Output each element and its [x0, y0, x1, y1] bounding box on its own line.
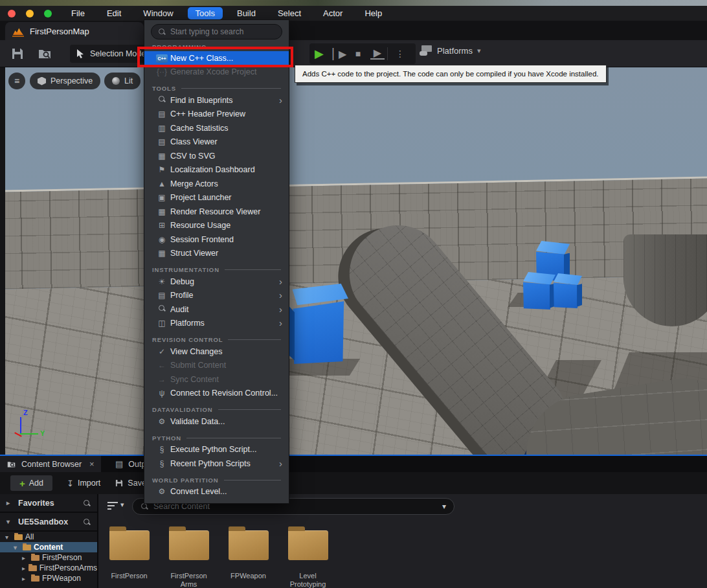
- menu-item-find-in-blueprints[interactable]: Find in Blueprints›: [144, 93, 289, 107]
- stop-button[interactable]: ■: [348, 49, 368, 59]
- menu-item-struct-viewer[interactable]: ▦Struct Viewer: [144, 247, 289, 261]
- menu-item-debug[interactable]: ☀Debug›: [144, 275, 289, 289]
- content-folder-fpweapon[interactable]: FPWeapon: [227, 525, 270, 588]
- menubar-item-help[interactable]: Help: [357, 7, 390, 19]
- folder-icon: [229, 530, 269, 560]
- blue-cube[interactable]: [287, 284, 348, 364]
- content-folder-firstperson-arms[interactable]: FirstPerson Arms: [167, 525, 210, 588]
- arrow-left-icon: ←: [153, 361, 170, 370]
- menu-item-c-header-preview[interactable]: ▤C++ Header Preview: [144, 107, 289, 122]
- menu-item-recent-python-scripts[interactable]: §Recent Python Scripts›: [144, 457, 289, 471]
- lit-dropdown[interactable]: Lit: [104, 73, 140, 89]
- menu-item-execute-python-script[interactable]: §Execute Python Script...: [144, 443, 289, 457]
- tree-item-firstpersonarms[interactable]: ▸FirstPersonArms: [0, 563, 97, 573]
- content-browser-sidebar: ▸ Favorites ▾ UE5Sandbox ▾All▾Content▸Fi…: [0, 494, 98, 588]
- menu-item-cache-statistics[interactable]: ▥Cache Statistics: [144, 121, 289, 135]
- filter-icon[interactable]: ▾: [107, 502, 127, 511]
- check-circle-icon: ✓: [153, 347, 170, 356]
- zoom-window-button[interactable]: [44, 10, 52, 17]
- play-options-kebab-icon[interactable]: ⋮: [390, 49, 410, 59]
- platforms-dropdown[interactable]: Platforms ▾: [420, 45, 480, 56]
- profile-icon: ▤: [153, 291, 170, 300]
- menubar-item-select[interactable]: Select: [270, 7, 309, 19]
- menu-item-validate-data[interactable]: ⚙Validate Data...: [144, 414, 289, 429]
- close-window-button[interactable]: [8, 10, 16, 17]
- tools-menu: Start typing to search PROGRAMMINGC++New…: [144, 19, 289, 504]
- menubar-item-actor[interactable]: Actor: [315, 7, 350, 19]
- menu-item-platforms[interactable]: ◫Platforms›: [144, 317, 289, 331]
- tree-item-fpweapon[interactable]: ▸FPWeapon: [0, 573, 97, 583]
- perspective-cube-icon: [38, 77, 46, 85]
- launch-button[interactable]: ▶: [370, 48, 385, 60]
- menu-section-python: PYTHON: [144, 429, 289, 443]
- menubar-item-tools[interactable]: Tools: [188, 7, 223, 19]
- import-button[interactable]: ↧ Import: [67, 479, 100, 488]
- tree-item-all[interactable]: ▾All: [0, 532, 97, 542]
- blue-cube-stack-left[interactable]: [523, 272, 556, 310]
- menu-search-input[interactable]: Start typing to search: [151, 24, 282, 40]
- chevron-right-icon[interactable]: ▸: [22, 554, 28, 561]
- axis-y-label: Y: [40, 429, 45, 437]
- level-tab[interactable]: FirstPersonMap: [5, 22, 144, 40]
- resource-viewer-icon: ▦: [153, 207, 170, 216]
- add-button[interactable]: + Add: [10, 475, 52, 491]
- menu-item-merge-actors[interactable]: ▲Merge Actors: [144, 177, 289, 191]
- menu-item-project-launcher[interactable]: ▣Project Launcher: [144, 191, 289, 205]
- close-icon[interactable]: ×: [89, 459, 95, 469]
- menubar-item-edit[interactable]: Edit: [99, 7, 129, 19]
- minimize-window-button[interactable]: [26, 10, 34, 17]
- search-icon: [153, 304, 170, 314]
- viewport-options-menu-icon[interactable]: ≡: [8, 73, 25, 89]
- menu-item-profile[interactable]: ▤Profile›: [144, 289, 289, 303]
- chevron-down-icon[interactable]: ▾: [442, 502, 446, 511]
- play-button[interactable]: ▶: [309, 47, 329, 61]
- menu-item-view-changes[interactable]: ✓View Changes: [144, 345, 289, 359]
- favorites-section[interactable]: ▸ Favorites: [0, 494, 97, 513]
- submenu-arrow-icon: ›: [279, 460, 282, 467]
- menu-item-csv-to-svg[interactable]: ▦CSV to SVG: [144, 149, 289, 163]
- project-section[interactable]: ▾ UE5Sandbox: [0, 513, 97, 532]
- menubar-item-window[interactable]: Window: [135, 7, 181, 19]
- tree-item-firstperson[interactable]: ▸FirstPerson: [0, 552, 97, 563]
- menubar-item-build[interactable]: Build: [229, 7, 264, 19]
- content-folder-level-prototyping[interactable]: Level Prototyping: [286, 525, 330, 588]
- highlight-red-box: [137, 47, 293, 67]
- menubar-item-file[interactable]: File: [63, 7, 93, 19]
- frame-skip-button[interactable]: ▏▶: [329, 48, 348, 60]
- search-icon[interactable]: [83, 499, 91, 507]
- lit-sphere-icon: [112, 77, 120, 85]
- macos-menubar: FileEditWindowToolsBuildSelectActorHelp: [0, 6, 707, 21]
- tab-label: Content Browser: [21, 460, 82, 469]
- search-icon: [158, 28, 166, 36]
- perspective-dropdown[interactable]: Perspective: [30, 73, 100, 89]
- chevron-down-icon[interactable]: ▾: [14, 544, 20, 551]
- menu-item-audit[interactable]: Audit›: [144, 302, 289, 317]
- window-controls: [8, 10, 52, 17]
- blue-cube-stack-right[interactable]: [554, 273, 582, 308]
- folder-grid: FirstPersonFirstPerson ArmsFPWeaponLevel…: [107, 525, 330, 588]
- chevron-right-icon[interactable]: ▸: [22, 565, 26, 572]
- menu-section-instrumentation: INSTRUMENTATION: [144, 260, 289, 275]
- folder-icon: [28, 565, 37, 571]
- search-icon[interactable]: [83, 518, 91, 526]
- menu-item-connect-to-revision-control[interactable]: ψConnect to Revision Control...: [144, 387, 289, 401]
- csv-svg-icon: ▦: [153, 152, 170, 161]
- chevron-down-icon[interactable]: ▾: [5, 534, 12, 541]
- axis-z-line: [20, 417, 21, 434]
- save-icon[interactable]: [10, 47, 25, 61]
- menu-section-tools: TOOLS: [144, 79, 289, 93]
- chevron-right-icon[interactable]: ▸: [22, 575, 28, 582]
- browse-content-icon[interactable]: [38, 47, 52, 61]
- menu-item-convert-level[interactable]: ⚙Convert Level...: [144, 485, 289, 499]
- content-folder-firstperson[interactable]: FirstPerson: [107, 525, 151, 588]
- tab-content-browser[interactable]: Content Browser ×: [0, 456, 101, 472]
- menu-item-localization-dashboard[interactable]: ⚑Localization Dashboard: [144, 163, 289, 177]
- viewport-3d[interactable]: Z Y ≡ Perspective Lit: [5, 67, 707, 455]
- menu-item-session-frontend[interactable]: ◉Session Frontend: [144, 232, 289, 247]
- menu-item-render-resource-viewer[interactable]: ▦Render Resource Viewer: [144, 205, 289, 219]
- menu-item-sync-content: →Sync Content: [144, 372, 289, 387]
- folder-name: Level Prototyping: [284, 572, 333, 588]
- menu-item-resource-usage[interactable]: ⊞Resource Usage: [144, 219, 289, 233]
- tree-item-content[interactable]: ▾Content: [0, 542, 97, 552]
- menu-item-class-viewer[interactable]: ▤Class Viewer: [144, 135, 289, 150]
